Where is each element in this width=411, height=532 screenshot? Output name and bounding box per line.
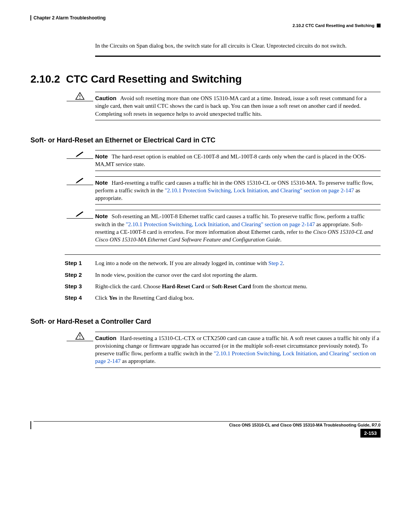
step4-post: in the Resetting Card dialog box. bbox=[117, 295, 194, 301]
step-label: Step 4 bbox=[65, 294, 95, 302]
note3-post: . bbox=[280, 236, 282, 243]
section-heading: 2.10.2 CTC Card Resetting and Switching bbox=[30, 72, 381, 86]
step1-pre: Log into a node on the network. If you a… bbox=[95, 260, 268, 266]
step-text: Click Yes in the Resetting Card dialog b… bbox=[95, 294, 194, 302]
intro-paragraph: In the Circuits on Span dialog box, the … bbox=[95, 42, 381, 50]
note-label-1: Note bbox=[95, 153, 108, 160]
caution-label-2: Caution bbox=[95, 335, 116, 341]
procedure-steps: Step 1 Log into a node on the network. I… bbox=[65, 254, 381, 302]
caution2-post: as appropriate. bbox=[121, 358, 156, 364]
step-text: Right-click the card. Choose Hard-Reset … bbox=[95, 283, 307, 290]
caution-block-2: CautionHard-resetting a 15310-CL-CTX or … bbox=[65, 332, 381, 368]
chapter-label: Chapter 2 Alarm Troubleshooting bbox=[30, 15, 106, 21]
step-row: Step 3 Right-click the card. Choose Hard… bbox=[65, 283, 381, 290]
step-cross-ref-link[interactable]: Step 2 bbox=[268, 260, 283, 266]
note-block-2: NoteHard-resetting a traffic card causes… bbox=[65, 176, 381, 205]
note-body-1: NoteThe hard-reset option is enabled on … bbox=[95, 150, 381, 171]
note-label-3: Note bbox=[95, 213, 108, 219]
header-square-icon bbox=[377, 24, 381, 27]
caution-body-2: CautionHard-resetting a 15310-CL-CTX or … bbox=[95, 332, 381, 368]
header-right: 2.10.2 CTC Card Resetting and Switching bbox=[293, 23, 381, 29]
note-icon bbox=[67, 210, 93, 219]
note-text-1: The hard-reset option is enabled on CE-1… bbox=[95, 153, 366, 167]
step4-pre: Click bbox=[95, 295, 109, 301]
menu-option-bold: Soft-Reset Card bbox=[212, 283, 251, 289]
note-icon bbox=[67, 150, 93, 159]
section-title-text: CTC Card Resetting and Switching bbox=[66, 73, 242, 85]
note-body-3: NoteSoft-resetting an ML-100T-8 Ethernet… bbox=[95, 210, 381, 246]
step-label: Step 1 bbox=[65, 259, 95, 267]
caution-icon bbox=[67, 332, 93, 341]
caution-block-1: CautionAvoid soft resetting more than on… bbox=[65, 92, 381, 120]
step-row: Step 2 In node view, position the cursor… bbox=[65, 271, 381, 279]
step-row: Step 1 Log into a node on the network. I… bbox=[65, 259, 381, 267]
section-short-label: 2.10.2 CTC Card Resetting and Switching bbox=[293, 23, 374, 29]
caution-text: Avoid soft resetting more than one ONS 1… bbox=[95, 95, 366, 117]
caution-body: CautionAvoid soft resetting more than on… bbox=[95, 92, 381, 120]
cross-ref-link[interactable]: "2.10.1 Protection Switching, Lock Initi… bbox=[126, 221, 315, 227]
svg-point-5 bbox=[80, 338, 80, 339]
step3-pre: Right-click the card. Choose bbox=[95, 283, 162, 289]
page-number-badge: 2-153 bbox=[360, 429, 381, 438]
note-block-1: NoteThe hard-reset option is enabled on … bbox=[65, 150, 381, 171]
page-header: Chapter 2 Alarm Troubleshooting 2.10.2 C… bbox=[30, 15, 381, 30]
step-label: Step 2 bbox=[65, 271, 95, 279]
cross-ref-link[interactable]: "2.10.1 Protection Switching, Lock Initi… bbox=[165, 187, 354, 193]
step-text: In node view, position the cursor over t… bbox=[95, 271, 257, 279]
button-label-bold: Yes bbox=[109, 295, 117, 301]
subsection-heading-1: Soft- or Hard-Reset an Ethernet or Elect… bbox=[30, 136, 381, 145]
caution-label: Caution bbox=[95, 95, 116, 101]
svg-point-2 bbox=[80, 98, 80, 99]
step3-post: from the shortcut menu. bbox=[251, 283, 307, 289]
note-icon bbox=[67, 176, 93, 185]
page-footer: Cisco ONS 15310-CL and Cisco ONS 15310-M… bbox=[30, 421, 381, 430]
note-block-3: NoteSoft-resetting an ML-100T-8 Ethernet… bbox=[65, 210, 381, 246]
menu-option-bold: Hard-Reset Card bbox=[162, 283, 204, 289]
section-number: 2.10.2 bbox=[30, 73, 60, 85]
step1-post: . bbox=[283, 260, 284, 266]
step-text: Log into a node on the network. If you a… bbox=[95, 259, 284, 267]
note-body-2: NoteHard-resetting a traffic card causes… bbox=[95, 176, 381, 205]
step3-mid: or bbox=[204, 283, 212, 289]
note-label-2: Note bbox=[95, 179, 108, 186]
caution-icon bbox=[67, 92, 93, 101]
step-label: Step 3 bbox=[65, 283, 95, 290]
footer-book-title: Cisco ONS 15310-CL and Cisco ONS 15310-M… bbox=[33, 422, 381, 430]
subsection-heading-2: Soft- or Hard-Reset a Controller Card bbox=[30, 317, 381, 326]
step-row: Step 4 Click Yes in the Resetting Card d… bbox=[65, 294, 381, 302]
section-divider bbox=[95, 56, 381, 57]
